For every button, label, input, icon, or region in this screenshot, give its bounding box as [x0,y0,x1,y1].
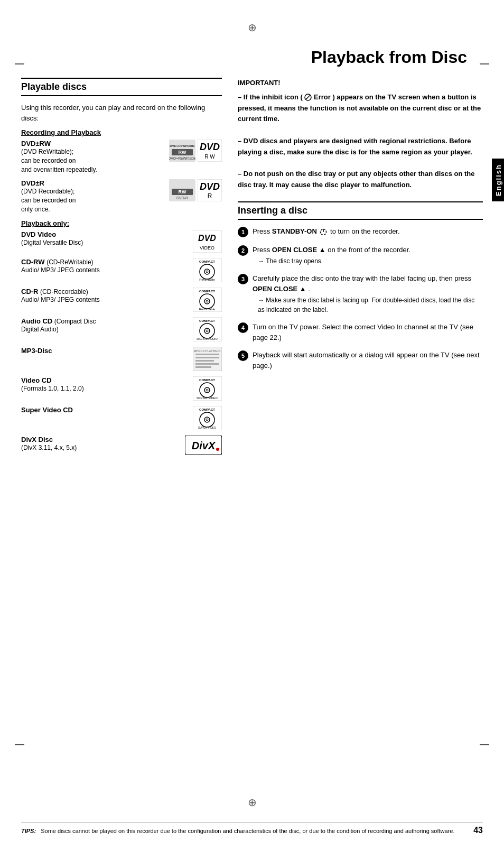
svg-text:ReWritable: ReWritable [199,278,215,281]
svg-text:DVD: DVD [200,181,220,192]
audiocd-desc: Digital Audio) [21,325,189,334]
left-column: Playable discs Using this recorder, you … [21,78,222,460]
tips-label: TIPS: [21,828,36,834]
svg-point-57 [216,448,219,451]
mp3disc-name: MP3-Disc [21,347,189,355]
tips-bar: TIPS: Some discs cannot be played on thi… [21,822,483,836]
inserting-section: Inserting a disc 1 Press STANDBY-ON to t… [238,201,483,371]
steps-list: 1 Press STANDBY-ON to turn on the record… [238,226,483,371]
crosshair-right-bottom-icon [480,744,489,745]
dvd-video-desc: (Digital Versatile Disc) [21,238,189,247]
compact-rw-logo: COMPACT ReWritable [193,258,222,282]
svg-text:VIDEO: VIDEO [200,245,214,251]
svg-point-28 [206,300,208,302]
svg-text:DivX: DivX [192,440,216,451]
section-intro-text: Using this recorder, you can play and re… [21,103,222,123]
dvd-logo-rw: DVD R W [198,140,222,162]
step-5-text: Playback will start automatically or a d… [253,350,483,371]
svg-point-34 [206,330,208,332]
dvdrw-name: DVD±RW [21,140,165,147]
svg-point-47 [206,389,208,391]
step-5-number: 5 [238,350,248,361]
step-2-number: 2 [238,245,248,256]
svg-text:R W: R W [204,154,215,160]
mp3-logo: MP3-CD PLAYBACK [193,347,222,371]
audiocd-text: Audio CD (Compact Disc Digital Audio) [21,317,189,334]
svg-point-22 [206,271,208,273]
important-text: – If the inhibit icon ( Error ) appears … [238,92,483,191]
crosshair-left-bottom-icon [15,744,24,745]
playback-only-label: Playback only: [21,219,69,227]
svg-text:RW: RW [179,150,186,155]
page: ⊕ English Playback from Disc Playable di… [0,0,504,851]
dvdrw-logos: DVD+ReWritable RW DVD+ReWritable DVD R W [169,140,222,162]
divx-entry: DivX Disc (DivX 3.11, 4.x, 5.x) DivX [21,436,222,455]
cdrw-name: CD-RW (CD-ReWritable) [21,258,189,266]
dvdrw-text: DVD±RW (DVD ReWritable);can be recorded … [21,140,165,174]
svg-text:COMPACT: COMPACT [199,319,215,322]
compact-video-logo: COMPACT DIGITAL VIDEO [193,376,222,401]
step-4-text: Turn on the TV power. Select the correct… [253,322,483,343]
svg-text:DVD+ReWritable: DVD+ReWritable [170,144,195,147]
dvdrw-desc: (DVD ReWritable);can be recorded onand o… [21,147,165,174]
step-1-text: Press STANDBY-ON to turn on the recorder… [253,226,483,237]
cdr-text: CD-R (CD-Recordable) Audio/ MP3/ JPEG co… [21,288,189,304]
step-3-number: 3 [238,274,248,284]
audiocd-name: Audio CD (Compact Disc [21,317,189,325]
step-3: 3 Carefully place the disc onto the tray… [238,273,483,314]
svg-rect-38 [195,354,219,355]
cdr-name: CD-R (CD-Recordable) [21,288,189,295]
svg-rect-42 [195,366,211,368]
cdrw-entry: CD-RW (CD-ReWritable) Audio/ MP3/ JPEG c… [21,258,222,282]
step-3-arrow: Make sure the disc label is facing up. F… [253,295,483,314]
dvdrw-entry: DVD±RW (DVD ReWritable);can be recorded … [21,140,222,174]
svg-text:COMPACT: COMPACT [199,378,215,382]
svg-text:DVD-R: DVD-R [176,196,188,200]
tips-text: Some discs cannot be played on this reco… [41,828,454,834]
svg-text:RW: RW [179,189,186,195]
divx-logo: DivX [185,436,222,455]
playback-only-header: Playback only: [21,219,222,227]
svg-text:DIGITAL AUDIO: DIGITAL AUDIO [197,337,218,340]
svg-rect-41 [195,363,219,365]
dvd-video-name: DVD Video [21,230,189,238]
cdrw-text: CD-RW (CD-ReWritable) Audio/ MP3/ JPEG c… [21,258,189,275]
svg-rect-39 [195,357,219,358]
dvdr-entry: DVD±R (DVD Recordable);can be recorded o… [21,179,222,214]
svg-line-59 [306,95,310,99]
mp3disc-text: MP3-Disc [21,347,189,355]
mp3disc-entry: MP3-Disc MP3-CD PLAYBACK [21,347,222,371]
svg-text:MP3-CD PLAYBACK: MP3-CD PLAYBACK [193,349,221,353]
divx-desc: (DivX 3.11, 4.x, 5.x) [21,443,181,452]
dvdr-name: DVD±R [21,179,165,187]
step-2-text: Press OPEN CLOSE ▲ on the front of the r… [253,245,483,266]
svg-rect-40 [195,360,214,362]
compact-audio-logo: COMPACT DIGITAL AUDIO [193,317,222,341]
playable-discs-header: Playable discs [21,78,222,96]
videocd-text: Video CD (Formats 1.0, 1.1, 2.0) [21,376,189,393]
dvd-r-logo-badge: RW DVD-R [169,179,195,201]
step-2: 2 Press OPEN CLOSE ▲ on the front of the… [238,245,483,266]
dvd-rewritable-logo: DVD+ReWritable RW DVD+ReWritable [169,140,195,162]
important-title: IMPORTANT! [238,78,483,89]
audiocd-entry: Audio CD (Compact Disc Digital Audio) CO… [21,317,222,341]
right-column: IMPORTANT! – If the inhibit icon ( Error… [238,78,483,460]
step-4-number: 4 [238,322,248,333]
crosshair-top-icon: ⊕ [248,21,257,34]
cdr-desc: Audio/ MP3/ JPEG contents [21,295,189,304]
recording-playback-header: Recording and Playback [21,128,222,136]
crosshair-bottom-icon: ⊕ [248,796,257,809]
language-tab: English [492,159,504,201]
svg-text:DVD: DVD [200,142,220,152]
svg-text:COMPACT: COMPACT [199,260,215,263]
step-3-text: Carefully place the disc onto the tray w… [253,273,483,314]
dvd-video-entry: DVD Video (Digital Versatile Disc) DVD V… [21,230,222,253]
svg-text:DVD+ReWritable: DVD+ReWritable [169,156,195,160]
main-content: Playable discs Using this recorder, you … [21,78,483,460]
inhibit-icon [304,94,312,101]
step-4: 4 Turn on the TV power. Select the corre… [238,322,483,343]
compact-r-logo: COMPACT Recordable [193,288,222,312]
svg-text:DVD: DVD [198,234,216,243]
svg-text:COMPACT: COMPACT [199,408,215,411]
important-box: IMPORTANT! – If the inhibit icon ( Error… [238,78,483,191]
